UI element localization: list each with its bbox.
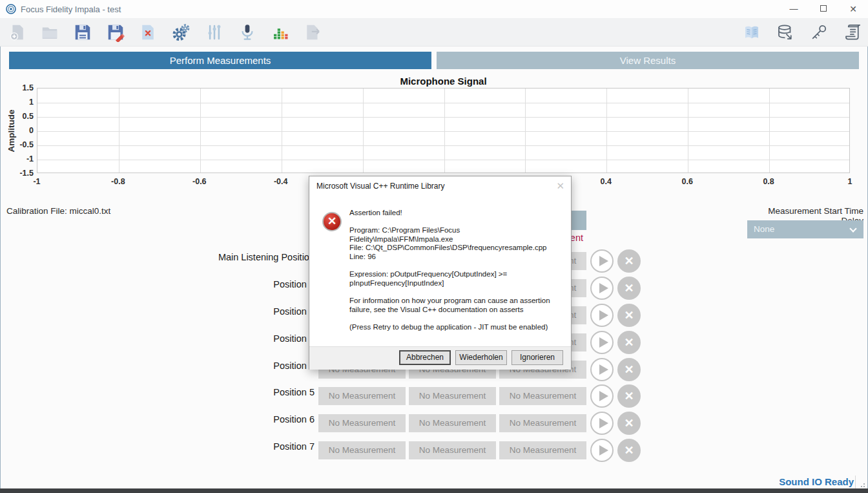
- x-tick-label: -0.8: [104, 177, 132, 186]
- window-title: Focus Fidelity Impala - test: [21, 5, 121, 14]
- filters-icon[interactable]: [205, 23, 224, 42]
- clear-position-button[interactable]: ✕: [617, 384, 641, 408]
- chart-title: Microphone Signal: [37, 76, 850, 87]
- toolbar: [0, 18, 868, 47]
- position-label: Position 1: [0, 279, 315, 289]
- titlebar[interactable]: Focus Fidelity Impala - test — ✕: [0, 0, 868, 18]
- clear-position-button[interactable]: ✕: [617, 277, 641, 300]
- no-measurement-button[interactable]: No Measurement: [318, 387, 406, 405]
- y-tick-label: -1.5: [5, 169, 34, 178]
- clear-position-button[interactable]: ✕: [617, 358, 641, 381]
- no-measurement-button[interactable]: No Measurement: [409, 414, 496, 432]
- play-button[interactable]: [590, 358, 614, 381]
- dialog-button-bar: AbbrechenWiederholenIgnorieren: [309, 346, 571, 370]
- clear-position-button[interactable]: ✕: [617, 304, 641, 327]
- measurement-row: Position 6No MeasurementNo MeasurementNo…: [0, 410, 646, 437]
- x-tick-label: -0.6: [185, 177, 214, 186]
- levels-icon[interactable]: [271, 23, 290, 42]
- microphone-signal-plot: [37, 88, 850, 173]
- delay-selected-value: None: [754, 224, 774, 234]
- gridline-h: [37, 160, 849, 160]
- x-tick-label: 0.6: [673, 177, 701, 186]
- position-label: Position 3: [0, 333, 315, 344]
- error-icon: ✕: [322, 212, 342, 231]
- y-tick-label: 0: [5, 126, 34, 135]
- no-measurement-button[interactable]: No Measurement: [409, 387, 496, 405]
- open-folder-icon[interactable]: [40, 23, 59, 42]
- save-icon[interactable]: [73, 23, 92, 42]
- database-export-icon[interactable]: [776, 23, 795, 42]
- measurement-row: Position 7No MeasurementNo MeasurementNo…: [0, 437, 646, 464]
- no-measurement-button[interactable]: No Measurement: [318, 441, 406, 459]
- dialog-close-icon[interactable]: ✕: [556, 180, 564, 192]
- x-tick-label: 1: [836, 177, 864, 186]
- y-tick-label: 0.5: [5, 112, 34, 121]
- clear-position-button[interactable]: ✕: [617, 412, 641, 435]
- y-tick-label: -0.5: [5, 140, 34, 149]
- dialog-title[interactable]: Microsoft Visual C++ Runtime Library: [316, 182, 445, 191]
- clear-position-button[interactable]: ✕: [617, 249, 641, 273]
- play-button[interactable]: [590, 277, 614, 300]
- microphone-icon[interactable]: [238, 23, 257, 42]
- sound-io-status: Sound IO Ready: [779, 476, 854, 487]
- calibration-file-label: Calibration File: miccal0.txt: [6, 206, 110, 216]
- chevron-down-icon: [849, 225, 856, 232]
- close-button[interactable]: ✕: [838, 0, 868, 18]
- statusbar-separator: [855, 476, 856, 488]
- app-window: Focus Fidelity Impala - test — ✕: [0, 0, 868, 493]
- minimize-button[interactable]: —: [779, 0, 809, 18]
- resize-grip[interactable]: [858, 481, 865, 487]
- no-measurement-button[interactable]: No Measurement: [499, 387, 586, 405]
- measurement-row: Position 5No MeasurementNo MeasurementNo…: [0, 383, 646, 410]
- gridline-h: [37, 117, 849, 118]
- position-label: Position 5: [0, 387, 315, 397]
- manual-book-icon[interactable]: [742, 23, 761, 42]
- app-logo-icon: [6, 4, 16, 14]
- x-tick-label: 0.4: [592, 177, 620, 186]
- y-tick-label: 1.5: [5, 83, 34, 92]
- no-measurement-button[interactable]: No Measurement: [318, 414, 406, 432]
- x-tick-label: -1: [23, 177, 51, 186]
- measurement-start-time-delay-select[interactable]: None: [747, 220, 863, 238]
- position-label: Main Listening Position: [0, 252, 315, 262]
- gridline-h: [37, 103, 849, 103]
- position-label: Position 6: [0, 414, 315, 425]
- tab-perform-measurements[interactable]: Perform Measurements: [9, 52, 431, 69]
- gridline-h: [37, 145, 849, 146]
- log-scroll-icon[interactable]: [843, 23, 862, 42]
- position-label: Position 7: [0, 441, 315, 452]
- no-measurement-button[interactable]: No Measurement: [499, 441, 586, 459]
- export-icon[interactable]: [303, 23, 322, 42]
- play-button[interactable]: [590, 384, 614, 408]
- play-button[interactable]: [590, 304, 614, 327]
- bottom-accent-bar: [0, 488, 868, 493]
- dialog-button-abbrechen[interactable]: Abbrechen: [399, 350, 451, 365]
- delete-measurement-icon[interactable]: [138, 23, 158, 42]
- tab-view-results[interactable]: View Results: [437, 52, 859, 69]
- settings-icon[interactable]: [171, 23, 191, 42]
- dialog-button-wiederholen[interactable]: Wiederholen: [455, 350, 507, 365]
- no-measurement-button[interactable]: No Measurement: [499, 414, 586, 432]
- play-button[interactable]: [590, 249, 614, 273]
- save-as-icon[interactable]: [106, 23, 125, 42]
- play-button[interactable]: [590, 439, 614, 462]
- no-measurement-button[interactable]: No Measurement: [409, 441, 496, 459]
- position-label: Position 2: [0, 306, 315, 317]
- clear-position-button[interactable]: ✕: [617, 331, 641, 354]
- play-button[interactable]: [590, 331, 614, 354]
- new-measurement-icon[interactable]: [8, 23, 27, 42]
- play-button[interactable]: [590, 412, 614, 435]
- position-label: Position 4: [0, 361, 315, 371]
- x-tick-label: 0.8: [754, 177, 783, 186]
- gridline-h: [37, 131, 849, 132]
- y-tick-label: -1: [5, 154, 34, 163]
- clear-position-button[interactable]: ✕: [617, 439, 641, 462]
- y-tick-label: 1: [5, 98, 34, 107]
- dialog-button-ignorieren[interactable]: Ignorieren: [512, 350, 563, 365]
- dialog-message: Assertion failed! Program: C:\Program Fi…: [349, 209, 572, 331]
- maximize-button[interactable]: [809, 0, 838, 18]
- runtime-error-dialog: Microsoft Visual C++ Runtime Library ✕ ✕…: [309, 176, 572, 370]
- x-tick-label: -0.4: [267, 177, 295, 186]
- license-key-icon[interactable]: [809, 23, 829, 42]
